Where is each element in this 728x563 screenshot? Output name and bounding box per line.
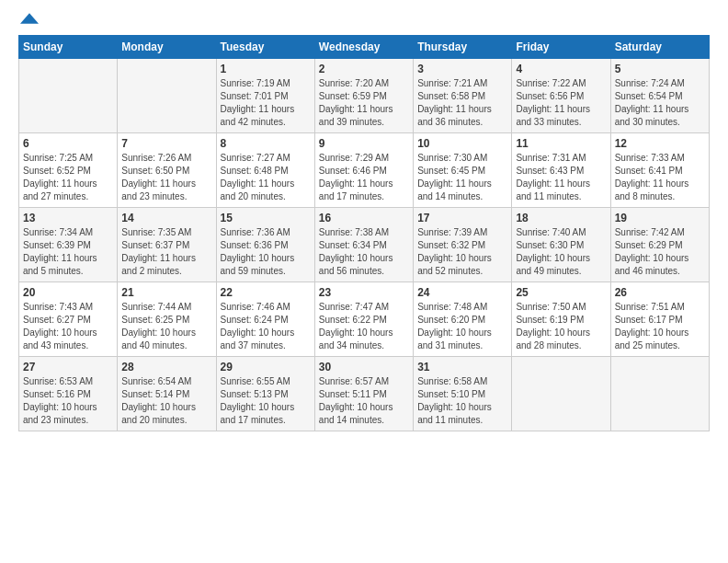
day-cell: 31Sunrise: 6:58 AM Sunset: 5:10 PM Dayli… <box>414 357 512 431</box>
logo-icon <box>20 13 39 24</box>
day-number: 13 <box>23 212 113 224</box>
header-day-thursday: Thursday <box>414 36 512 59</box>
day-info: Sunrise: 7:22 AM Sunset: 6:56 PM Dayligh… <box>516 77 606 129</box>
day-info: Sunrise: 7:33 AM Sunset: 6:41 PM Dayligh… <box>615 152 705 203</box>
day-number: 24 <box>417 286 507 299</box>
day-cell: 28Sunrise: 6:54 AM Sunset: 5:14 PM Dayli… <box>118 357 216 431</box>
day-number: 29 <box>221 361 311 373</box>
day-cell: 27Sunrise: 6:53 AM Sunset: 5:16 PM Dayli… <box>19 357 118 431</box>
day-info: Sunrise: 7:46 AM Sunset: 6:24 PM Dayligh… <box>221 301 311 352</box>
day-cell: 5Sunrise: 7:24 AM Sunset: 6:54 PM Daylig… <box>610 59 709 133</box>
day-number: 20 <box>23 286 113 299</box>
day-info: Sunrise: 7:38 AM Sunset: 6:34 PM Dayligh… <box>319 226 409 278</box>
day-info: Sunrise: 7:47 AM Sunset: 6:22 PM Dayligh… <box>319 301 409 352</box>
header-day-saturday: Saturday <box>610 36 709 59</box>
day-cell: 1Sunrise: 7:19 AM Sunset: 7:01 PM Daylig… <box>216 59 314 133</box>
day-cell <box>610 357 709 431</box>
day-info: Sunrise: 7:44 AM Sunset: 6:25 PM Dayligh… <box>121 301 211 352</box>
week-row-1: 1Sunrise: 7:19 AM Sunset: 7:01 PM Daylig… <box>19 59 710 133</box>
day-cell: 16Sunrise: 7:38 AM Sunset: 6:34 PM Dayli… <box>314 208 413 282</box>
day-cell: 26Sunrise: 7:51 AM Sunset: 6:17 PM Dayli… <box>610 282 709 357</box>
header-day-sunday: Sunday <box>19 36 118 59</box>
day-cell: 2Sunrise: 7:20 AM Sunset: 6:59 PM Daylig… <box>314 59 413 133</box>
day-info: Sunrise: 7:43 AM Sunset: 6:27 PM Dayligh… <box>23 301 113 352</box>
day-number: 21 <box>121 286 211 299</box>
day-cell: 4Sunrise: 7:22 AM Sunset: 6:56 PM Daylig… <box>512 59 610 133</box>
day-cell: 20Sunrise: 7:43 AM Sunset: 6:27 PM Dayli… <box>19 282 118 357</box>
day-cell: 18Sunrise: 7:40 AM Sunset: 6:30 PM Dayli… <box>512 208 610 282</box>
day-info: Sunrise: 7:26 AM Sunset: 6:50 PM Dayligh… <box>121 152 211 203</box>
day-cell: 9Sunrise: 7:29 AM Sunset: 6:46 PM Daylig… <box>314 133 413 208</box>
day-number: 8 <box>221 137 311 150</box>
day-cell: 22Sunrise: 7:46 AM Sunset: 6:24 PM Dayli… <box>216 282 314 357</box>
day-number: 14 <box>121 212 211 224</box>
day-info: Sunrise: 7:39 AM Sunset: 6:32 PM Dayligh… <box>417 226 507 278</box>
day-info: Sunrise: 7:19 AM Sunset: 7:01 PM Dayligh… <box>221 77 311 129</box>
day-cell: 10Sunrise: 7:30 AM Sunset: 6:45 PM Dayli… <box>414 133 512 208</box>
day-number: 5 <box>615 63 705 75</box>
day-number: 28 <box>121 361 211 373</box>
week-row-4: 20Sunrise: 7:43 AM Sunset: 6:27 PM Dayli… <box>19 282 710 357</box>
day-info: Sunrise: 7:40 AM Sunset: 6:30 PM Dayligh… <box>516 226 606 278</box>
day-cell: 12Sunrise: 7:33 AM Sunset: 6:41 PM Dayli… <box>610 133 709 208</box>
day-cell: 24Sunrise: 7:48 AM Sunset: 6:20 PM Dayli… <box>414 282 512 357</box>
day-cell: 17Sunrise: 7:39 AM Sunset: 6:32 PM Dayli… <box>414 208 512 282</box>
day-info: Sunrise: 6:53 AM Sunset: 5:16 PM Dayligh… <box>23 375 113 427</box>
calendar-table: SundayMondayTuesdayWednesdayThursdayFrid… <box>18 35 710 431</box>
day-cell: 23Sunrise: 7:47 AM Sunset: 6:22 PM Dayli… <box>314 282 413 357</box>
day-number: 26 <box>615 286 705 299</box>
svg-marker-0 <box>20 13 39 24</box>
day-cell: 6Sunrise: 7:25 AM Sunset: 6:52 PM Daylig… <box>19 133 118 208</box>
day-number: 17 <box>417 212 507 224</box>
day-number: 3 <box>417 63 507 75</box>
day-info: Sunrise: 7:29 AM Sunset: 6:46 PM Dayligh… <box>319 152 409 203</box>
header-day-tuesday: Tuesday <box>216 36 314 59</box>
day-number: 27 <box>23 361 113 373</box>
day-number: 1 <box>221 63 311 75</box>
day-number: 6 <box>23 137 113 150</box>
header <box>18 15 710 24</box>
day-number: 22 <box>221 286 311 299</box>
day-info: Sunrise: 7:24 AM Sunset: 6:54 PM Dayligh… <box>615 77 705 129</box>
day-number: 23 <box>319 286 409 299</box>
day-number: 2 <box>319 63 409 75</box>
day-info: Sunrise: 7:31 AM Sunset: 6:43 PM Dayligh… <box>516 152 606 203</box>
day-info: Sunrise: 7:35 AM Sunset: 6:37 PM Dayligh… <box>121 226 211 278</box>
week-row-5: 27Sunrise: 6:53 AM Sunset: 5:16 PM Dayli… <box>19 357 710 431</box>
day-info: Sunrise: 7:36 AM Sunset: 6:36 PM Dayligh… <box>221 226 311 278</box>
calendar-header-row: SundayMondayTuesdayWednesdayThursdayFrid… <box>19 36 710 59</box>
day-info: Sunrise: 7:27 AM Sunset: 6:48 PM Dayligh… <box>221 152 311 203</box>
day-number: 7 <box>121 137 211 150</box>
day-cell: 30Sunrise: 6:57 AM Sunset: 5:11 PM Dayli… <box>314 357 413 431</box>
day-number: 9 <box>319 137 409 150</box>
day-number: 31 <box>417 361 507 373</box>
day-info: Sunrise: 7:21 AM Sunset: 6:58 PM Dayligh… <box>417 77 507 129</box>
day-number: 4 <box>516 63 606 75</box>
day-cell: 25Sunrise: 7:50 AM Sunset: 6:19 PM Dayli… <box>512 282 610 357</box>
day-info: Sunrise: 7:25 AM Sunset: 6:52 PM Dayligh… <box>23 152 113 203</box>
header-day-friday: Friday <box>512 36 610 59</box>
day-cell: 14Sunrise: 7:35 AM Sunset: 6:37 PM Dayli… <box>118 208 216 282</box>
day-info: Sunrise: 6:54 AM Sunset: 5:14 PM Dayligh… <box>121 375 211 427</box>
day-number: 19 <box>615 212 705 224</box>
day-cell: 29Sunrise: 6:55 AM Sunset: 5:13 PM Dayli… <box>216 357 314 431</box>
day-info: Sunrise: 7:30 AM Sunset: 6:45 PM Dayligh… <box>417 152 507 203</box>
header-day-wednesday: Wednesday <box>314 36 413 59</box>
day-info: Sunrise: 6:58 AM Sunset: 5:10 PM Dayligh… <box>417 375 507 427</box>
day-info: Sunrise: 6:57 AM Sunset: 5:11 PM Dayligh… <box>319 375 409 427</box>
day-cell: 11Sunrise: 7:31 AM Sunset: 6:43 PM Dayli… <box>512 133 610 208</box>
day-cell: 21Sunrise: 7:44 AM Sunset: 6:25 PM Dayli… <box>118 282 216 357</box>
day-info: Sunrise: 7:42 AM Sunset: 6:29 PM Dayligh… <box>615 226 705 278</box>
day-info: Sunrise: 7:48 AM Sunset: 6:20 PM Dayligh… <box>417 301 507 352</box>
logo <box>18 15 39 24</box>
day-number: 15 <box>221 212 311 224</box>
week-row-2: 6Sunrise: 7:25 AM Sunset: 6:52 PM Daylig… <box>19 133 710 208</box>
week-row-3: 13Sunrise: 7:34 AM Sunset: 6:39 PM Dayli… <box>19 208 710 282</box>
day-cell: 8Sunrise: 7:27 AM Sunset: 6:48 PM Daylig… <box>216 133 314 208</box>
day-cell: 19Sunrise: 7:42 AM Sunset: 6:29 PM Dayli… <box>610 208 709 282</box>
header-day-monday: Monday <box>118 36 216 59</box>
day-cell <box>118 59 216 133</box>
day-number: 30 <box>319 361 409 373</box>
day-number: 10 <box>417 137 507 150</box>
day-info: Sunrise: 7:20 AM Sunset: 6:59 PM Dayligh… <box>319 77 409 129</box>
